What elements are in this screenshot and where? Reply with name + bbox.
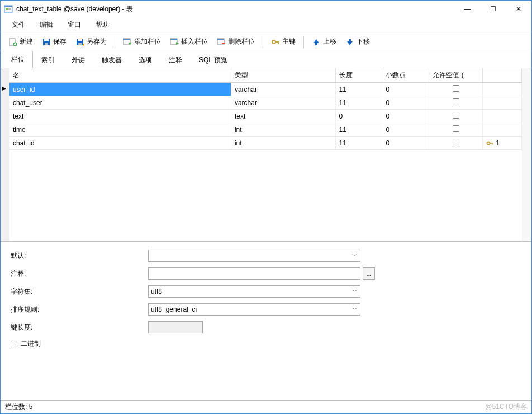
cell-decimal[interactable]: 0: [382, 83, 429, 96]
primary-key-button[interactable]: 主键: [268, 35, 299, 49]
maximize-button[interactable]: ☐: [480, 1, 506, 17]
charset-combobox[interactable]: utf8 ﹀: [148, 285, 360, 298]
save-as-label: 另存为: [87, 37, 107, 46]
menu-file[interactable]: 文件: [5, 18, 32, 32]
toolbar-separator: [115, 36, 115, 48]
cell-name[interactable]: user_id: [10, 83, 231, 96]
tab-indexes[interactable]: 索引: [33, 51, 63, 68]
charset-label: 字符集:: [11, 287, 148, 297]
cell-type[interactable]: varchar: [231, 83, 335, 96]
svg-marker-14: [83, 43, 84, 46]
tab-options[interactable]: 选项: [130, 51, 160, 68]
table-row[interactable]: timeint110: [10, 123, 522, 137]
cell-key[interactable]: [483, 83, 522, 96]
svg-rect-27: [278, 41, 279, 44]
cell-decimal[interactable]: 0: [382, 137, 429, 150]
svg-rect-12: [78, 39, 82, 41]
save-icon: [42, 37, 51, 46]
statusbar: 栏位数: 5 @51CTO博客: [1, 400, 531, 413]
header-key[interactable]: [483, 68, 522, 83]
header-decimal[interactable]: 小数点: [382, 68, 429, 83]
new-icon: [8, 37, 17, 46]
cell-type[interactable]: int: [231, 123, 335, 137]
cell-key[interactable]: [483, 123, 522, 137]
tab-foreign-keys[interactable]: 外键: [63, 51, 93, 68]
svg-marker-28: [314, 39, 319, 45]
add-field-button[interactable]: 添加栏位: [120, 35, 164, 49]
cell-decimal[interactable]: 0: [382, 96, 429, 110]
cell-name[interactable]: text: [10, 110, 231, 123]
allow-null-checkbox[interactable]: [453, 112, 459, 119]
comment-label: 注释:: [11, 269, 148, 279]
cell-decimal[interactable]: 0: [382, 123, 429, 137]
toolbar-separator: [263, 36, 263, 48]
collation-combobox[interactable]: utf8_general_ci ﹀: [148, 303, 360, 316]
table-row[interactable]: user_idvarchar110: [10, 83, 522, 96]
allow-null-checkbox[interactable]: [453, 98, 459, 105]
titlebar: chat_text_table @save (developer) - 表 — …: [1, 1, 531, 17]
cell-key[interactable]: [483, 110, 522, 123]
cell-length[interactable]: 11: [335, 96, 382, 110]
menu-help[interactable]: 帮助: [89, 18, 116, 32]
new-button[interactable]: 新建: [5, 35, 36, 49]
key-length-input[interactable]: [148, 321, 203, 333]
allow-null-checkbox[interactable]: [453, 125, 459, 132]
cell-allow-null[interactable]: [429, 110, 483, 123]
allow-null-checkbox[interactable]: [453, 85, 459, 92]
cell-allow-null[interactable]: [429, 137, 483, 150]
header-name[interactable]: 名: [10, 68, 231, 83]
table-row[interactable]: chat_uservarchar110: [10, 96, 522, 110]
menu-window[interactable]: 窗口: [61, 18, 88, 32]
primary-key-label: 主键: [282, 37, 296, 46]
close-button[interactable]: ✕: [506, 1, 531, 17]
insert-field-button[interactable]: 插入栏位: [167, 35, 211, 49]
cell-key[interactable]: 1: [483, 137, 522, 150]
cell-name[interactable]: time: [10, 123, 231, 137]
tab-fields[interactable]: 栏位: [3, 51, 33, 68]
cell-length[interactable]: 11: [335, 137, 382, 150]
default-combobox[interactable]: ﹀: [148, 250, 360, 262]
toolbar: 新建 保存 另存为 添加栏位 插入栏位 删除栏位 主键: [1, 32, 531, 51]
cell-length[interactable]: 11: [335, 83, 382, 96]
table-row[interactable]: texttext00: [10, 110, 522, 123]
save-button[interactable]: 保存: [39, 35, 70, 49]
table-row[interactable]: chat_idint110 1: [10, 137, 522, 150]
cell-type[interactable]: varchar: [231, 96, 335, 110]
tab-sql-preview[interactable]: SQL 预览: [191, 51, 236, 68]
save-as-button[interactable]: 另存为: [72, 35, 110, 49]
comment-input[interactable]: [148, 267, 360, 280]
window-title: chat_text_table @save (developer) - 表: [16, 4, 454, 14]
cell-decimal[interactable]: 0: [382, 110, 429, 123]
delete-field-button[interactable]: 删除栏位: [213, 35, 258, 49]
cell-allow-null[interactable]: [429, 83, 483, 96]
cell-length[interactable]: 0: [335, 110, 382, 123]
cell-length[interactable]: 11: [335, 123, 382, 137]
header-length[interactable]: 长度: [335, 68, 382, 83]
svg-rect-32: [492, 143, 493, 145]
grid-header-row: 名 类型 长度 小数点 允许空值 (: [10, 68, 522, 83]
cell-allow-null[interactable]: [429, 123, 483, 137]
svg-rect-23: [217, 39, 224, 40]
svg-rect-18: [130, 42, 131, 45]
cell-type[interactable]: text: [231, 110, 335, 123]
cell-type[interactable]: int: [231, 137, 335, 150]
minimize-button[interactable]: —: [454, 1, 480, 17]
cell-key[interactable]: [483, 96, 522, 110]
cell-name[interactable]: chat_id: [10, 137, 231, 150]
key-length-label: 键长度:: [11, 323, 148, 332]
chevron-down-icon: ﹀: [352, 252, 358, 260]
move-up-button[interactable]: 上移: [308, 35, 340, 49]
vertical-scrollbar[interactable]: [522, 68, 531, 241]
tab-comment[interactable]: 注释: [160, 51, 191, 68]
tab-triggers[interactable]: 触发器: [93, 51, 130, 68]
allow-null-checkbox[interactable]: [453, 139, 459, 145]
fields-grid[interactable]: 名 类型 长度 小数点 允许空值 ( user_idvarchar110chat…: [10, 68, 522, 241]
menu-edit[interactable]: 编辑: [33, 18, 60, 32]
header-type[interactable]: 类型: [231, 68, 335, 83]
binary-checkbox[interactable]: [11, 341, 17, 347]
move-down-button[interactable]: 下移: [342, 35, 373, 49]
header-allow-null[interactable]: 允许空值 (: [429, 68, 483, 83]
cell-name[interactable]: chat_user: [10, 96, 231, 110]
cell-allow-null[interactable]: [429, 96, 483, 110]
comment-ellipsis-button[interactable]: ...: [363, 267, 375, 280]
